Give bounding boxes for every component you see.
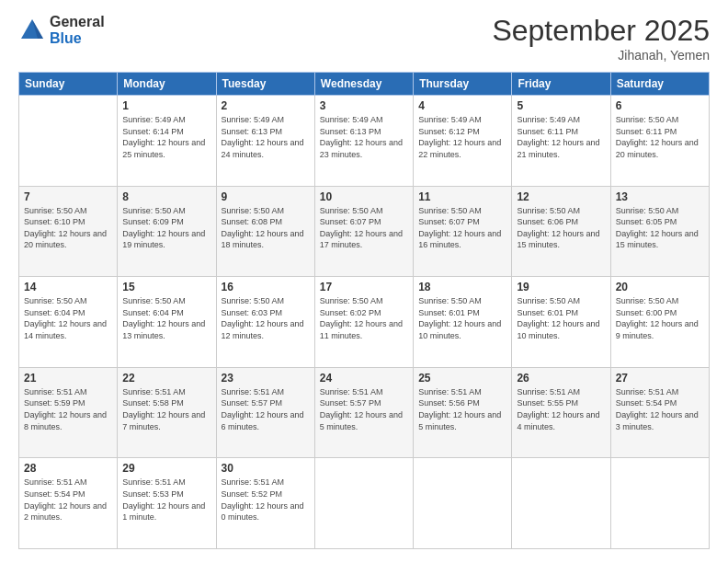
location: Jihanah, Yemen [492,48,710,63]
day-info: Sunrise: 5:50 AMSunset: 6:04 PMDaylight:… [122,295,210,341]
column-header-wednesday: Wednesday [314,73,413,96]
calendar-cell [314,458,413,549]
calendar-cell: 15Sunrise: 5:50 AMSunset: 6:04 PMDayligh… [118,277,216,368]
calendar-cell: 24Sunrise: 5:51 AMSunset: 5:57 PMDayligh… [314,367,413,458]
calendar-week-row: 7Sunrise: 5:50 AMSunset: 6:10 PMDaylight… [19,186,710,277]
month-title: September 2025 [492,14,710,48]
calendar-cell [610,458,709,549]
day-info: Sunrise: 5:50 AMSunset: 6:02 PMDaylight:… [320,295,408,341]
day-info: Sunrise: 5:50 AMSunset: 6:01 PMDaylight:… [517,295,605,341]
calendar-cell: 21Sunrise: 5:51 AMSunset: 5:59 PMDayligh… [19,367,118,458]
calendar-cell: 20Sunrise: 5:50 AMSunset: 6:00 PMDayligh… [610,277,709,368]
calendar-cell: 17Sunrise: 5:50 AMSunset: 6:02 PMDayligh… [314,277,413,368]
column-header-tuesday: Tuesday [216,73,314,96]
calendar-cell: 13Sunrise: 5:50 AMSunset: 6:05 PMDayligh… [610,186,709,277]
day-info: Sunrise: 5:50 AMSunset: 6:09 PMDaylight:… [122,205,210,251]
day-number: 10 [320,190,408,203]
logo: General Blue [18,14,105,46]
day-info: Sunrise: 5:51 AMSunset: 5:58 PMDaylight:… [122,386,210,432]
day-number: 30 [222,462,310,475]
logo-icon [18,17,46,44]
day-number: 13 [616,190,704,203]
day-number: 26 [517,372,605,385]
day-number: 2 [222,99,310,112]
calendar-cell: 8Sunrise: 5:50 AMSunset: 6:09 PMDaylight… [118,186,216,277]
day-info: Sunrise: 5:50 AMSunset: 6:07 PMDaylight:… [418,205,506,251]
day-number: 7 [24,190,112,203]
day-info: Sunrise: 5:50 AMSunset: 6:04 PMDaylight:… [24,295,112,341]
day-info: Sunrise: 5:50 AMSunset: 6:10 PMDaylight:… [24,205,112,251]
logo-blue-text: Blue [50,30,105,47]
calendar-cell [19,96,118,187]
day-number: 5 [517,99,605,112]
calendar-cell: 5Sunrise: 5:49 AMSunset: 6:11 PMDaylight… [512,96,610,187]
day-number: 27 [616,372,704,385]
title-block: September 2025 Jihanah, Yemen [492,14,710,63]
calendar-cell: 6Sunrise: 5:50 AMSunset: 6:11 PMDaylight… [610,96,709,187]
day-info: Sunrise: 5:49 AMSunset: 6:12 PMDaylight:… [418,114,506,160]
calendar-cell: 30Sunrise: 5:51 AMSunset: 5:52 PMDayligh… [216,458,314,549]
calendar-cell: 23Sunrise: 5:51 AMSunset: 5:57 PMDayligh… [216,367,314,458]
day-number: 6 [616,99,704,112]
day-info: Sunrise: 5:51 AMSunset: 5:52 PMDaylight:… [222,477,310,523]
header: General Blue September 2025 Jihanah, Yem… [18,14,710,63]
day-number: 3 [320,99,408,112]
day-info: Sunrise: 5:49 AMSunset: 6:13 PMDaylight:… [222,114,310,160]
day-number: 20 [616,281,704,293]
calendar-cell: 22Sunrise: 5:51 AMSunset: 5:58 PMDayligh… [118,367,216,458]
calendar-week-row: 1Sunrise: 5:49 AMSunset: 6:14 PMDaylight… [19,96,710,187]
calendar-cell: 28Sunrise: 5:51 AMSunset: 5:54 PMDayligh… [19,458,118,549]
calendar-cell: 16Sunrise: 5:50 AMSunset: 6:03 PMDayligh… [216,277,314,368]
calendar-cell: 27Sunrise: 5:51 AMSunset: 5:54 PMDayligh… [610,367,709,458]
day-info: Sunrise: 5:51 AMSunset: 5:57 PMDaylight:… [222,386,310,432]
day-number: 28 [24,462,112,475]
day-number: 16 [222,281,310,293]
calendar-cell: 7Sunrise: 5:50 AMSunset: 6:10 PMDaylight… [19,186,118,277]
day-info: Sunrise: 5:50 AMSunset: 6:11 PMDaylight:… [616,114,704,160]
day-info: Sunrise: 5:50 AMSunset: 6:00 PMDaylight:… [616,295,704,341]
day-number: 12 [517,190,605,203]
day-info: Sunrise: 5:51 AMSunset: 5:56 PMDaylight:… [418,386,506,432]
day-number: 11 [418,190,506,203]
calendar-cell: 11Sunrise: 5:50 AMSunset: 6:07 PMDayligh… [414,186,512,277]
calendar-cell: 3Sunrise: 5:49 AMSunset: 6:13 PMDaylight… [314,96,413,187]
day-number: 17 [320,281,408,293]
calendar-cell: 19Sunrise: 5:50 AMSunset: 6:01 PMDayligh… [512,277,610,368]
day-number: 21 [24,372,112,385]
day-info: Sunrise: 5:51 AMSunset: 5:54 PMDaylight:… [24,477,112,523]
day-number: 24 [320,372,408,385]
logo-text: General Blue [50,14,105,46]
day-number: 22 [122,372,210,385]
column-header-monday: Monday [118,73,216,96]
day-info: Sunrise: 5:51 AMSunset: 5:57 PMDaylight:… [320,386,408,432]
column-header-saturday: Saturday [610,73,709,96]
day-number: 4 [418,99,506,112]
day-number: 19 [517,281,605,293]
calendar-cell: 18Sunrise: 5:50 AMSunset: 6:01 PMDayligh… [414,277,512,368]
calendar-cell: 25Sunrise: 5:51 AMSunset: 5:56 PMDayligh… [414,367,512,458]
calendar-cell: 12Sunrise: 5:50 AMSunset: 6:06 PMDayligh… [512,186,610,277]
day-info: Sunrise: 5:51 AMSunset: 5:53 PMDaylight:… [122,477,210,523]
day-number: 9 [222,190,310,203]
day-info: Sunrise: 5:51 AMSunset: 5:59 PMDaylight:… [24,386,112,432]
calendar-cell: 2Sunrise: 5:49 AMSunset: 6:13 PMDaylight… [216,96,314,187]
page: General Blue September 2025 Jihanah, Yem… [0,0,728,563]
day-info: Sunrise: 5:50 AMSunset: 6:03 PMDaylight:… [222,295,310,341]
day-number: 25 [418,372,506,385]
calendar-cell: 10Sunrise: 5:50 AMSunset: 6:07 PMDayligh… [314,186,413,277]
day-info: Sunrise: 5:50 AMSunset: 6:01 PMDaylight:… [418,295,506,341]
day-info: Sunrise: 5:50 AMSunset: 6:08 PMDaylight:… [222,205,310,251]
calendar-cell: 1Sunrise: 5:49 AMSunset: 6:14 PMDaylight… [118,96,216,187]
calendar-table: SundayMondayTuesdayWednesdayThursdayFrid… [18,72,710,549]
calendar-cell: 4Sunrise: 5:49 AMSunset: 6:12 PMDaylight… [414,96,512,187]
logo-general-text: General [50,14,105,30]
day-number: 1 [122,99,210,112]
day-info: Sunrise: 5:49 AMSunset: 6:14 PMDaylight:… [122,114,210,160]
day-number: 23 [222,372,310,385]
day-number: 29 [122,462,210,475]
day-info: Sunrise: 5:49 AMSunset: 6:13 PMDaylight:… [320,114,408,160]
day-info: Sunrise: 5:50 AMSunset: 6:06 PMDaylight:… [517,205,605,251]
day-number: 18 [418,281,506,293]
calendar-week-row: 28Sunrise: 5:51 AMSunset: 5:54 PMDayligh… [19,458,710,549]
column-header-sunday: Sunday [19,73,118,96]
